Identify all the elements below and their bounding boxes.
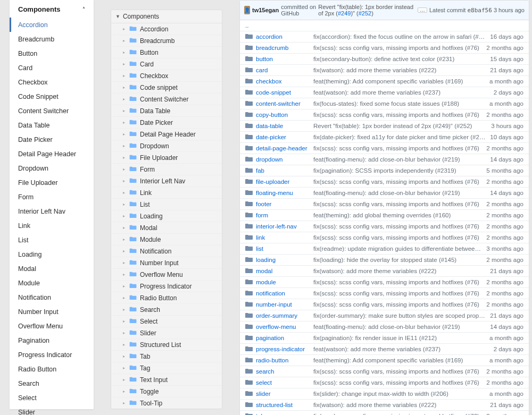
commit-message[interactable]: fix(pagination): SCSS imports independen…: [313, 167, 483, 174]
commit-message[interactable]: feat(watson): add more theme variables (…: [313, 89, 491, 96]
tree-item[interactable]: ▸Breadcrumb: [111, 35, 222, 47]
tree-header[interactable]: ▼ Components: [111, 10, 222, 23]
file-name-link[interactable]: number-input: [256, 301, 310, 308]
sidebar-item[interactable]: Search: [10, 376, 94, 391]
commit-sha[interactable]: e8baf56: [467, 7, 492, 14]
sidebar-item[interactable]: Progress Indicator: [10, 348, 94, 362]
commit-message[interactable]: fix(slider): change input max-width to w…: [313, 391, 486, 397]
tree-item[interactable]: ▸Text Input: [111, 374, 222, 386]
commit-message[interactable]: fix(date-picker): fixed a11y for date pi…: [313, 134, 487, 140]
tree-item[interactable]: ▸Modal: [111, 222, 222, 234]
sidebar-item[interactable]: Date Picker: [10, 132, 94, 147]
file-name-link[interactable]: interior-left-nav: [256, 223, 310, 230]
file-name-link[interactable]: modal: [256, 268, 310, 274]
commit-message[interactable]: fix(scss): scss config vars, missing imp…: [313, 234, 483, 241]
sidebar-item[interactable]: Detail Page Header: [10, 147, 94, 161]
tree-item[interactable]: ▸Module: [111, 234, 222, 245]
file-name-link[interactable]: detail-page-header: [256, 145, 310, 151]
file-name-link[interactable]: footer: [256, 201, 310, 207]
sidebar-item[interactable]: File Uploader: [10, 175, 94, 190]
tree-item[interactable]: ▸Tag: [111, 362, 222, 374]
tree-item[interactable]: ▸Radio Button: [111, 292, 222, 304]
file-name-link[interactable]: loading: [256, 257, 310, 263]
sidebar-item[interactable]: Number Input: [10, 304, 94, 319]
tree-item[interactable]: ▸Accordion: [111, 23, 222, 35]
tree-item[interactable]: ▸Date Picker: [111, 117, 222, 129]
tree-item[interactable]: ▸Loading: [111, 210, 222, 222]
tree-item[interactable]: ▸Search: [111, 304, 222, 316]
file-name-link[interactable]: fab: [256, 167, 310, 174]
sidebar-item[interactable]: Slider: [10, 405, 94, 415]
commit-message[interactable]: fix(focus-states): fixed some focus stat…: [313, 100, 486, 107]
parent-dir-link[interactable]: ..: [240, 20, 529, 31]
file-name-link[interactable]: dropdown: [256, 156, 310, 163]
sidebar-item[interactable]: Button: [10, 46, 94, 61]
commit-message[interactable]: feat(floating-menu): add close-on-blur b…: [313, 156, 487, 163]
tree-item[interactable]: ▸Select: [111, 316, 222, 327]
commit-message[interactable]: Revert "fix(table): 1px border instead o…: [313, 123, 488, 129]
file-name-link[interactable]: pagination: [256, 335, 310, 341]
commit-message[interactable]: fix(scss): scss config vars, missing imp…: [313, 413, 483, 415]
tree-item[interactable]: ▸Overflow Menu: [111, 269, 222, 281]
commit-message[interactable]: fix(scss): scss config vars, missing imp…: [313, 379, 483, 386]
file-name-link[interactable]: copy-button: [256, 112, 310, 118]
file-name-link[interactable]: notification: [256, 290, 310, 297]
file-name-link[interactable]: search: [256, 368, 310, 375]
tree-item[interactable]: ▸Dropdown: [111, 140, 222, 152]
commit-message[interactable]: fix(scss): scss config vars, missing imp…: [313, 279, 483, 285]
sidebar-item[interactable]: Loading: [10, 247, 94, 261]
sidebar-item[interactable]: List: [10, 233, 94, 247]
file-name-link[interactable]: data-table: [256, 123, 310, 129]
commit-message[interactable]: fix(scss): scss config vars, missing imp…: [313, 201, 483, 207]
file-name-link[interactable]: tabs: [256, 413, 310, 415]
file-name-link[interactable]: date-picker: [256, 134, 310, 140]
file-name-link[interactable]: card: [256, 67, 310, 73]
file-name-link[interactable]: checkbox: [256, 78, 310, 84]
sidebar-header[interactable]: Components ˄: [10, 0, 94, 18]
tree-item[interactable]: ▸List: [111, 199, 222, 210]
commit-message[interactable]: feat(floating-menu): add close-on-blur b…: [313, 190, 487, 196]
commit-message[interactable]: fix(readme): update migration guides to …: [313, 245, 483, 252]
commit-message[interactable]: fix(scss): scss config vars, missing imp…: [313, 179, 483, 185]
tree-item[interactable]: ▸Detail Page Header: [111, 129, 222, 140]
sidebar-item[interactable]: Select: [10, 391, 94, 405]
file-name-link[interactable]: button: [256, 56, 310, 62]
commit-message[interactable]: fix(scss): scss config vars, missing imp…: [313, 45, 483, 51]
file-name-link[interactable]: file-uploader: [256, 179, 310, 185]
file-name-link[interactable]: order-summary: [256, 312, 310, 319]
tree-item[interactable]: ▸Form: [111, 164, 222, 175]
tree-item[interactable]: ▸Link: [111, 187, 222, 199]
commit-message[interactable]: fix(scss): scss config vars, missing imp…: [313, 223, 483, 230]
commit-message[interactable]: fix(accordion): fixed the focus outline …: [313, 33, 487, 40]
tree-item[interactable]: ▸Code snippet: [111, 82, 222, 94]
commit-message[interactable]: feat(floating-menu): add close-on-blur b…: [313, 324, 487, 330]
file-name-link[interactable]: breadcrumb: [256, 45, 310, 51]
commit-message[interactable]: fix(loading): hide the overlay for stopp…: [313, 257, 483, 263]
tree-item[interactable]: ▸Slider: [111, 327, 222, 339]
commit-message[interactable]: fix(watson): add more theme variables (#…: [313, 268, 487, 274]
avatar[interactable]: 👤: [244, 6, 250, 14]
tree-item[interactable]: ▸Content Switcher: [111, 94, 222, 105]
sidebar-item[interactable]: Accordion: [10, 18, 94, 32]
tree-item[interactable]: ▸Interior Left Nav: [111, 175, 222, 187]
commit-message[interactable]: fix(scss): scss config vars, missing imp…: [313, 368, 483, 375]
sidebar-item[interactable]: Module: [10, 276, 94, 290]
file-name-link[interactable]: select: [256, 379, 310, 386]
sidebar-item[interactable]: Content Switcher: [10, 104, 94, 118]
commit-message[interactable]: fix(scss): scss config vars, missing imp…: [313, 290, 483, 297]
sidebar-item[interactable]: Data Table: [10, 118, 94, 132]
commit-message[interactable]: fix(watson): add more theme variables (#…: [313, 402, 487, 408]
file-name-link[interactable]: radio-button: [256, 357, 310, 363]
tree-item[interactable]: ▸Card: [111, 58, 222, 70]
tree-item[interactable]: ▸Checkbox: [111, 70, 222, 82]
file-name-link[interactable]: form: [256, 212, 310, 218]
tree-item[interactable]: ▸Tool-Tip: [111, 397, 222, 409]
tree-item[interactable]: ▸Progress Indicator: [111, 281, 222, 292]
file-name-link[interactable]: module: [256, 279, 310, 285]
ellipsis-icon[interactable]: …: [418, 7, 427, 13]
sidebar-item[interactable]: Card: [10, 61, 94, 75]
sidebar-item[interactable]: Form: [10, 190, 94, 204]
sidebar-item[interactable]: Dropdown: [10, 161, 94, 175]
file-name-link[interactable]: link: [256, 234, 310, 241]
file-name-link[interactable]: structured-list: [256, 402, 310, 408]
